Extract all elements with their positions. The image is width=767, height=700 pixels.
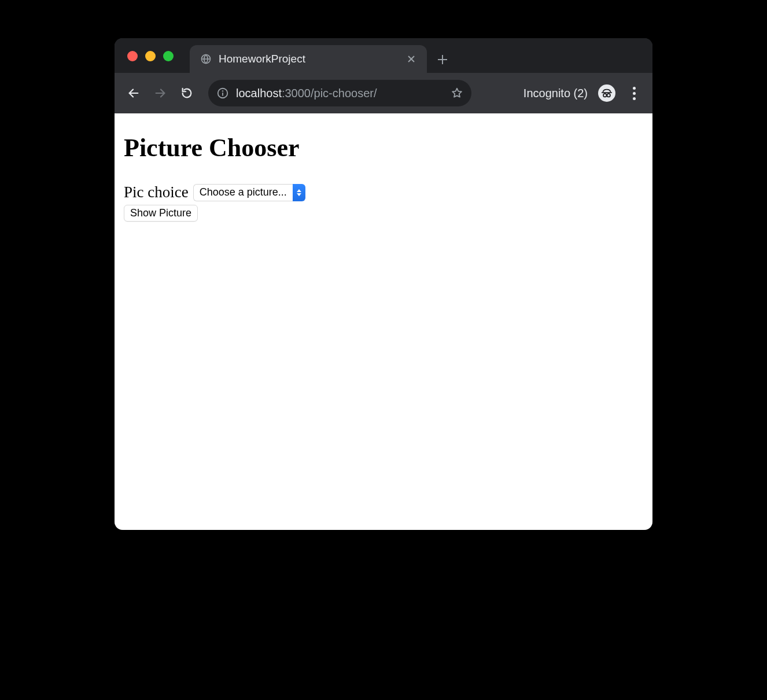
browser-window: HomeworkProject bbox=[115, 38, 652, 530]
svg-rect-7 bbox=[222, 93, 223, 96]
pic-choice-select[interactable]: Choose a picture... bbox=[193, 184, 305, 201]
reload-button[interactable] bbox=[176, 82, 198, 104]
page-title: Picture Chooser bbox=[124, 133, 643, 163]
show-picture-button[interactable]: Show Picture bbox=[124, 205, 198, 222]
url-host: localhost bbox=[236, 87, 282, 100]
incognito-icon[interactable] bbox=[598, 84, 615, 102]
svg-point-6 bbox=[222, 90, 223, 91]
forward-button[interactable] bbox=[149, 82, 171, 104]
tab-strip: HomeworkProject bbox=[115, 38, 652, 73]
close-tab-button[interactable] bbox=[405, 53, 418, 65]
minimize-window-button[interactable] bbox=[145, 51, 156, 61]
dots-icon bbox=[633, 87, 636, 90]
incognito-label: Incognito (2) bbox=[523, 87, 588, 100]
browser-toolbar: localhost:3000/pic-chooser/ Incognito (2… bbox=[115, 73, 652, 113]
tab-title: HomeworkProject bbox=[219, 53, 398, 65]
browser-menu-button[interactable] bbox=[624, 87, 644, 100]
maximize-window-button[interactable] bbox=[163, 51, 174, 61]
chevron-up-down-icon bbox=[293, 184, 305, 201]
select-value: Choose a picture... bbox=[193, 184, 293, 201]
new-tab-button[interactable] bbox=[433, 50, 452, 69]
reload-icon bbox=[180, 87, 193, 100]
svg-point-9 bbox=[607, 94, 610, 97]
arrow-right-icon bbox=[154, 87, 167, 100]
plus-icon bbox=[437, 54, 448, 65]
url-path: :3000/pic-chooser/ bbox=[282, 87, 377, 100]
close-window-button[interactable] bbox=[127, 51, 138, 61]
arrow-left-icon bbox=[127, 87, 140, 100]
page-viewport: Picture Chooser Pic choice Choose a pict… bbox=[115, 113, 652, 530]
close-icon bbox=[407, 55, 415, 63]
svg-point-8 bbox=[603, 94, 607, 97]
browser-tab[interactable]: HomeworkProject bbox=[190, 45, 427, 73]
picture-chooser-form: Pic choice Choose a picture... bbox=[124, 183, 643, 201]
window-controls bbox=[127, 51, 174, 61]
pic-choice-label: Pic choice bbox=[124, 183, 189, 201]
site-info-icon[interactable] bbox=[216, 87, 229, 100]
url-text: localhost:3000/pic-chooser/ bbox=[236, 87, 444, 100]
back-button[interactable] bbox=[123, 82, 145, 104]
address-bar[interactable]: localhost:3000/pic-chooser/ bbox=[208, 80, 471, 106]
globe-icon bbox=[200, 53, 212, 65]
bookmark-button[interactable] bbox=[451, 87, 463, 100]
star-icon bbox=[451, 87, 463, 100]
